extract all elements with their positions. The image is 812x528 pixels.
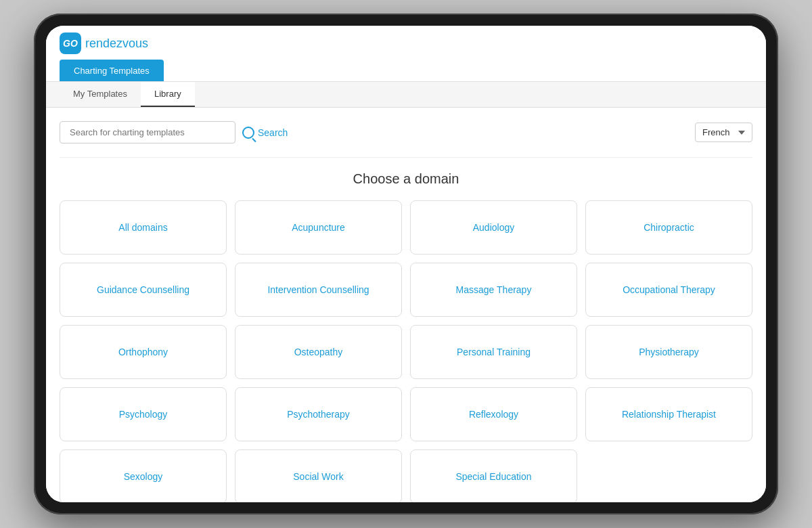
search-bar: Search French English (60, 121, 752, 144)
domain-card-label: Massage Therapy (456, 284, 532, 295)
domain-card[interactable]: Guidance Counselling (60, 263, 227, 317)
tab-my-templates[interactable]: My Templates (60, 82, 141, 107)
domain-card[interactable]: Audiology (410, 200, 577, 255)
domain-card[interactable]: Psychotherapy (235, 387, 402, 441)
domain-card[interactable]: Osteopathy (235, 325, 402, 379)
domain-card[interactable]: Orthophony (60, 325, 227, 379)
domain-card[interactable]: Social Work (235, 449, 402, 502)
domain-card[interactable]: Chiropractic (585, 200, 752, 255)
domain-card-label: Sexology (124, 471, 163, 482)
domain-card[interactable]: Massage Therapy (410, 263, 577, 317)
domain-card-label: Social Work (293, 471, 343, 482)
domain-card-label: Orthophony (118, 347, 168, 357)
language-select[interactable]: French English (695, 123, 752, 142)
tablet-screen: GO rendezvous Charting Templates My Temp… (46, 26, 766, 502)
search-icon (242, 127, 254, 139)
domain-card-label: Special Education (455, 471, 531, 482)
tab-library[interactable]: Library (141, 82, 195, 107)
domain-card[interactable]: Acupuncture (235, 200, 402, 255)
tablet-frame: GO rendezvous Charting Templates My Temp… (34, 14, 778, 514)
domain-card-label: Guidance Counselling (97, 284, 189, 295)
domain-card-label: Personal Training (457, 347, 531, 357)
app-logo-icon: GO (60, 32, 81, 54)
domain-title: Choose a domain (60, 171, 752, 187)
domain-card-label: All domains (118, 222, 167, 233)
domain-card[interactable]: Relationship Therapist (585, 387, 752, 441)
search-divider (60, 157, 752, 158)
domain-grid: All domainsAcupunctureAudiologyChiroprac… (60, 200, 752, 502)
logo-letters: GO (63, 38, 78, 49)
domain-card[interactable]: Reflexology (410, 387, 577, 441)
domain-card[interactable]: Physiotherapy (585, 325, 752, 379)
domain-card-label: Occupational Therapy (623, 284, 715, 295)
domain-card-label: Reflexology (469, 409, 518, 420)
domain-card-label: Relationship Therapist (622, 409, 716, 420)
domain-card[interactable]: Personal Training (410, 325, 577, 379)
domain-card-label: Osteopathy (294, 347, 343, 357)
nav-tabs-top: Charting Templates (60, 60, 752, 81)
domain-card-label: Acupuncture (292, 222, 345, 233)
domain-card-label: Intervention Counselling (267, 284, 369, 295)
domain-card-label: Physiotherapy (639, 347, 699, 357)
content-area: Search French English Choose a domain Al… (46, 108, 766, 502)
search-button[interactable]: Search (242, 127, 288, 139)
domain-card[interactable]: Intervention Counselling (235, 263, 402, 317)
domain-card[interactable]: Sexology (60, 449, 227, 502)
nav-tab-charting-templates[interactable]: Charting Templates (60, 60, 164, 81)
domain-card-label: Chiropractic (644, 222, 694, 233)
domain-card-label: Psychology (119, 409, 168, 420)
search-input[interactable] (60, 121, 235, 144)
sub-tabs-bar: My Templates Library (46, 82, 766, 108)
app-header: GO rendezvous Charting Templates (46, 26, 766, 82)
search-button-label: Search (258, 127, 288, 138)
domain-card-label: Psychotherapy (287, 409, 350, 420)
search-input-wrap (60, 121, 235, 144)
logo-text: rendezvous (85, 37, 148, 51)
logo-area: GO rendezvous (60, 32, 752, 54)
domain-card[interactable]: Occupational Therapy (585, 263, 752, 317)
domain-card[interactable]: Psychology (60, 387, 227, 441)
domain-card-label: Audiology (473, 222, 515, 233)
domain-card[interactable]: Special Education (410, 449, 577, 502)
domain-card[interactable]: All domains (60, 200, 227, 255)
